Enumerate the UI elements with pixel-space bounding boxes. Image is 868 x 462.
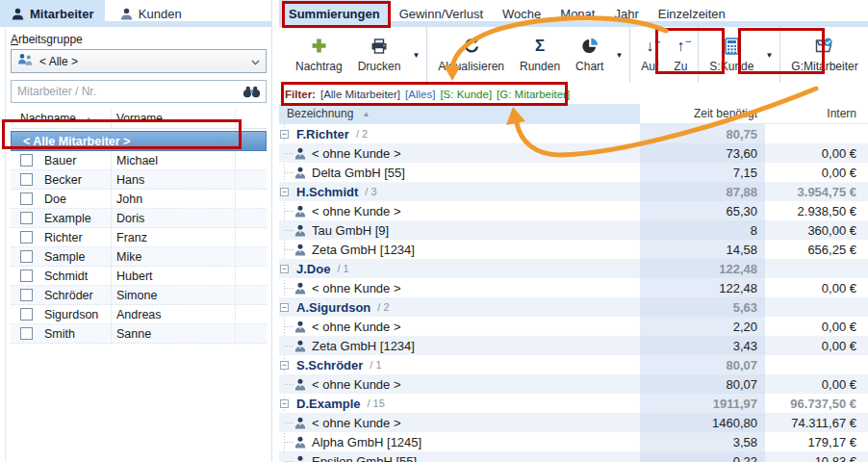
column-header-vorname[interactable]: Vorname — [111, 112, 163, 125]
chart-dropdown-arrow-icon[interactable]: ▼ — [611, 27, 626, 83]
employee-checkbox[interactable] — [20, 250, 33, 263]
summary-customer-row[interactable]: < ohne Kunde >65,302.938,50 € — [279, 201, 868, 220]
customer-cell: < ohne Kunde > — [279, 204, 640, 218]
chevron-down-icon[interactable] — [251, 55, 260, 68]
collapse-icon[interactable]: − — [280, 130, 289, 139]
summary-customer-row[interactable]: < ohne Kunde >1460,8074.311,67 € — [279, 413, 868, 432]
summary-customer-row[interactable]: < ohne Kunde >73,600,00 € — [279, 143, 868, 163]
s-kunde-button[interactable]: S:Kunde — [702, 27, 761, 83]
person-icon — [294, 417, 306, 429]
employee-firstname: Andreas — [111, 308, 162, 321]
plus-icon — [311, 36, 327, 57]
runden-button[interactable]: ΣRunden — [512, 27, 568, 83]
collapse-icon[interactable]: − — [280, 188, 289, 196]
group-count: / 15 — [367, 398, 384, 409]
summary-group-row[interactable]: −D.Example/ 151911,9796.737,50 € — [279, 394, 868, 413]
summary-group-row[interactable]: −S.Schröder/ 180,07 — [279, 355, 868, 374]
employee-checkbox[interactable] — [20, 270, 33, 282]
summary-group-row[interactable]: −J.Doe/ 1122,48 — [279, 259, 868, 278]
employee-firstname: Hubert — [111, 270, 153, 283]
chart-button[interactable]: Chart — [568, 27, 611, 83]
tab-mitarbeiter[interactable]: Mitarbeiter — [0, 0, 105, 27]
customer-intern-value: 0,00 € — [765, 281, 868, 295]
employee-checkbox[interactable] — [20, 173, 33, 186]
person-icon — [294, 321, 306, 333]
aktualisieren-button[interactable]: Aktualisieren — [430, 27, 512, 83]
person-icon — [120, 8, 133, 20]
column-header-nachname[interactable]: Nachname — [20, 112, 76, 125]
summary-customer-row[interactable]: Zeta GmbH [1234]14,58656,25 € — [279, 240, 868, 259]
nachtrag-button[interactable]: Nachtrag — [288, 27, 350, 83]
drucken-dropdown-arrow-icon[interactable]: ▼ — [408, 27, 423, 83]
tab-summierungen[interactable]: Summierungen — [279, 0, 390, 27]
column-header-zeit[interactable]: Zeit benötigt — [640, 107, 765, 120]
all-employees-row[interactable]: < Alle Mitarbeiter > — [11, 131, 267, 151]
customer-zeit-value: 3,43 — [640, 336, 765, 355]
s-kunde-dropdown-arrow-icon[interactable]: ▼ — [761, 27, 777, 83]
tab-woche[interactable]: Woche — [493, 0, 550, 27]
tab-kunden[interactable]: Kunden — [109, 0, 193, 27]
collapse-icon[interactable]: − — [280, 399, 289, 408]
employee-checkbox[interactable] — [20, 289, 33, 301]
binoculars-icon[interactable] — [243, 86, 261, 98]
collapse-icon[interactable]: − — [280, 303, 289, 312]
tab-monat[interactable]: Monat — [550, 0, 604, 27]
employee-row[interactable]: BauerMichael — [11, 151, 267, 170]
summary-customer-row[interactable]: < ohne Kunde >122,480,00 € — [279, 278, 868, 297]
workgroup-select[interactable]: < Alle > — [11, 49, 267, 73]
g-mitarbeiter-button[interactable]: G:Mitarbeiter — [783, 27, 865, 83]
toolbar-button-label: Nachtrag — [295, 60, 343, 73]
employee-checkbox[interactable] — [20, 327, 33, 340]
tab-gewinn-verlust[interactable]: Gewinn/Verlust — [390, 0, 493, 27]
column-header-intern[interactable]: Intern — [765, 107, 868, 120]
customer-name: < ohne Kunde > — [312, 146, 401, 161]
collapse-icon[interactable]: − — [280, 361, 289, 370]
employee-row[interactable]: RichterFranz — [11, 228, 267, 247]
employee-row[interactable]: BeckerHans — [11, 170, 267, 190]
zu-button[interactable]: ↑−Zu — [666, 27, 695, 83]
summary-customer-row[interactable]: Zeta GmbH [1234]3,430,00 € — [279, 336, 868, 355]
tab-label: Kunden — [139, 7, 182, 21]
auf-button[interactable]: ↓+Auf — [633, 27, 666, 83]
summary-customer-row[interactable]: Epsilon GmbH [55]0,2210,83 € — [279, 451, 868, 462]
summary-customer-row[interactable]: < ohne Kunde >80,070,00 € — [279, 374, 868, 394]
summary-group-row[interactable]: −A.Sigurdson/ 25,63 — [279, 297, 868, 317]
sigma-icon: Σ — [535, 36, 545, 57]
employee-lastname: Becker — [44, 173, 111, 187]
summary-customer-row[interactable]: < ohne Kunde >2,200,00 € — [279, 317, 868, 336]
employee-checkbox[interactable] — [20, 231, 33, 244]
group-count: / 3 — [365, 186, 376, 197]
summary-customer-row[interactable]: Tau GmbH [9]8360,00 € — [279, 220, 868, 240]
employee-row[interactable]: SmithSanne — [11, 324, 267, 344]
employee-checkbox[interactable] — [20, 212, 33, 224]
tab-jahr[interactable]: Jahr — [604, 0, 648, 27]
employee-checkbox[interactable] — [20, 308, 33, 321]
employee-row[interactable]: SampleMike — [11, 247, 267, 267]
employee-row[interactable]: SchröderSimone — [11, 286, 267, 305]
employee-checkbox[interactable] — [20, 192, 33, 205]
collapse-icon[interactable]: − — [280, 265, 289, 273]
toolbar-group: ↓+Auf↑−Zu — [629, 27, 698, 83]
summary-customer-row[interactable]: Alpha GmbH [1245]3,58179,17 € — [279, 432, 868, 451]
employee-search-input[interactable] — [12, 82, 243, 101]
employee-checkbox[interactable] — [20, 154, 33, 167]
column-header-bezeichnung[interactable]: Bezeichnung ▲ — [279, 104, 640, 124]
summary-customer-row[interactable]: Delta GmbH [55]7,150,00 € — [279, 163, 868, 182]
employee-row[interactable]: SigurdsonAndreas — [11, 305, 267, 324]
employee-row[interactable]: ExampleDoris — [11, 209, 267, 228]
employee-rows: BauerMichaelBeckerHansDoeJohnExampleDori… — [11, 151, 267, 344]
customer-intern-value: 0,00 € — [765, 339, 868, 353]
customer-zeit-value: 7,15 — [640, 163, 765, 182]
person-icon — [12, 8, 24, 20]
group-count: / 1 — [370, 359, 381, 371]
customer-zeit-value: 8 — [640, 220, 765, 240]
drucken-button[interactable]: Drucken — [350, 27, 409, 83]
toolbar-group: S:Kunde▼ — [698, 27, 779, 83]
tab-einzelzeiten[interactable]: Einzelzeiten — [649, 0, 735, 27]
group-cell: −H.Schmidt/ 3 — [279, 185, 640, 199]
group-cell: −J.Doe/ 1 — [279, 262, 640, 276]
employee-row[interactable]: SchmidtHubert — [11, 267, 267, 286]
summary-group-row[interactable]: −F.Richter/ 280,75 — [279, 124, 868, 143]
summary-group-row[interactable]: −H.Schmidt/ 387,883.954,75 € — [279, 182, 868, 201]
employee-row[interactable]: DoeJohn — [11, 190, 267, 209]
